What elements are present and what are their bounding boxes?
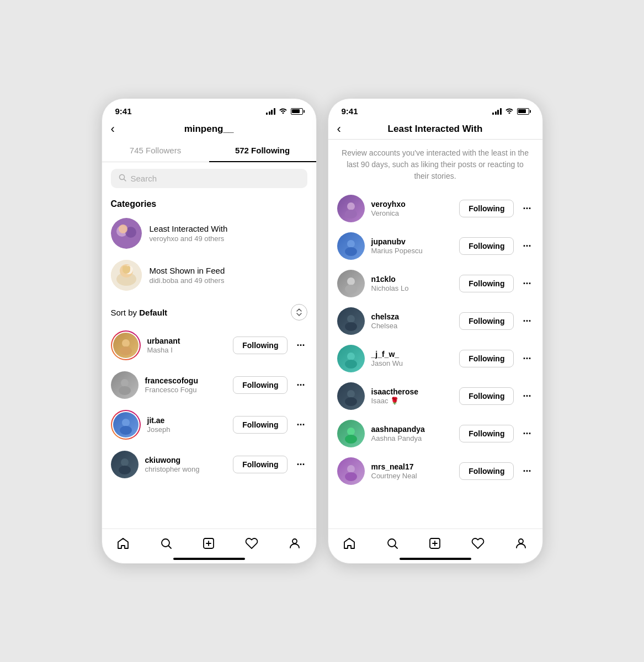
category-info-2: Most Shown in Feed didi.boba and 49 othe… [150,266,225,285]
search-bar[interactable]: Search [111,169,307,188]
more-button-mrsneal17[interactable]: ··· [520,466,533,477]
bottom-nav-left [102,528,316,556]
svg-point-40 [345,435,357,444]
nav-home-right[interactable] [337,535,361,552]
right-phone: 9:41 ‹ Least Interacted With Review acco… [328,98,543,564]
following-button-aashnapandya[interactable]: Following [459,425,514,442]
following-button-isaactherose[interactable]: Following [459,387,514,405]
avatar-chelsza[interactable] [337,307,365,335]
nav-heart-left[interactable] [239,535,264,552]
user-info-n1cklo: n1cklo Nicholas Lo [371,275,453,292]
following-button-chelsza[interactable]: Following [459,312,514,330]
sort-toggle-button[interactable] [291,304,307,321]
user-item-mrsneal17: mrs_neal17 Courtney Neal Following ··· [328,452,542,490]
nav-add-left[interactable] [196,535,221,552]
following-button-ckiuwong[interactable]: Following [233,456,288,473]
user-name-francescofogu: Francesco Fogu [145,386,227,394]
user-item-aashnapandya: aashnapandya Aashna Pandya Following ··· [328,415,542,452]
avatar-mrsneal17[interactable] [337,457,365,485]
svg-point-14 [120,346,132,355]
more-button-jfw[interactable]: ··· [520,353,533,365]
avatar-aashnapandya[interactable] [337,420,365,447]
nav-header-left: ‹ minpeng__ [102,119,316,139]
following-button-francescofogu[interactable]: Following [233,376,288,394]
more-button-francescofogu[interactable]: ··· [294,380,307,391]
avatar-n1cklo[interactable] [337,270,365,297]
user-handle-n1cklo: n1cklo [371,275,453,284]
svg-point-11 [123,266,126,270]
svg-point-5 [119,225,127,233]
nav-add-right[interactable] [423,535,447,552]
more-button-n1cklo[interactable]: ··· [520,278,533,290]
avatar-isaactherose[interactable] [337,382,365,410]
user-name-chelsza: Chelsea [371,322,453,330]
more-button-veroyhxo[interactable]: ··· [520,203,533,215]
more-button-ckiuwong[interactable]: ··· [294,459,307,471]
user-info-mrsneal17: mrs_neal17 Courtney Neal [371,462,453,480]
battery-icon-right [517,108,529,115]
user-item-ckiuwong: ckiuwong christopher wong Following ··· [102,445,316,484]
more-button-jupanubv[interactable]: ··· [520,241,533,252]
status-bar-left: 9:41 [102,99,316,119]
avatar-ckiuwong[interactable] [111,451,139,478]
page-title-right: Least Interacted With [388,124,483,135]
story-ring-jitae[interactable] [111,410,141,440]
following-button-urbanant[interactable]: Following [233,337,288,354]
svg-point-19 [121,458,129,466]
nav-profile-right[interactable] [509,535,533,552]
back-button-right[interactable]: ‹ [337,122,341,136]
user-handle-urbanant: urbanant [147,337,227,345]
nav-heart-right[interactable] [466,535,490,552]
svg-point-33 [347,315,355,323]
svg-point-20 [119,466,131,474]
user-name-n1cklo: Nicholas Lo [371,284,453,292]
nav-profile-left[interactable] [283,535,307,552]
following-button-jitae[interactable]: Following [233,416,288,434]
avatar-francescofogu[interactable] [111,371,139,399]
category-most-shown[interactable]: Most Shown in Feed didi.boba and 49 othe… [102,254,316,296]
more-button-isaactherose[interactable]: ··· [520,391,533,402]
svg-point-36 [345,360,357,369]
svg-line-22 [168,546,171,549]
tab-following[interactable]: 572 Following [209,139,316,162]
user-info-francescofogu: francescofogu Francesco Fogu [145,376,227,394]
following-button-n1cklo[interactable]: Following [459,275,514,292]
user-item-urbanant: urbanant Masha I Following ··· [102,325,316,366]
category-least-interacted[interactable]: Least Interacted With veroyhxo and 49 ot… [102,212,316,254]
more-button-jitae[interactable]: ··· [294,419,307,431]
avatar-veroyhxo[interactable] [337,195,365,222]
more-button-aashnapandya[interactable]: ··· [520,428,533,440]
home-indicator-left [173,558,245,560]
signal-icon-right [492,108,502,115]
page-title-left: minpeng__ [184,124,234,135]
status-time-left: 9:41 [115,106,132,116]
user-list-right: veroyhxo Veronica Following ··· jupanubv… [328,190,542,528]
svg-point-30 [345,247,357,256]
svg-point-17 [122,419,130,426]
following-button-jfw[interactable]: Following [459,350,514,367]
user-handle-francescofogu: francescofogu [145,376,227,385]
more-button-urbanant[interactable]: ··· [294,340,307,351]
following-button-veroyhxo[interactable]: Following [459,200,514,217]
nav-home-left[interactable] [111,535,135,552]
sort-row: Sort by Default [102,296,316,325]
status-icons-right [492,107,529,115]
user-handle-isaactherose: isaactherose [371,387,453,396]
svg-point-32 [345,285,357,293]
avatar-jfw[interactable] [337,345,365,372]
tab-followers[interactable]: 745 Followers [102,139,209,162]
svg-point-15 [121,379,129,387]
avatar-jupanubv[interactable] [337,232,365,260]
status-time-right: 9:41 [342,106,358,116]
user-handle-jfw: _j_f_w_ [371,350,453,359]
user-handle-chelsza: chelsza [371,312,453,321]
nav-search-left[interactable] [154,535,178,552]
user-name-isaactherose: Isaac 🌹 [371,397,453,405]
following-button-jupanubv[interactable]: Following [459,237,514,255]
user-info-chelsza: chelsza Chelsea [371,312,453,330]
nav-search-right[interactable] [380,535,405,552]
story-ring-urbanant[interactable] [111,330,141,360]
back-button-left[interactable]: ‹ [111,122,115,136]
more-button-chelsza[interactable]: ··· [520,316,533,327]
following-button-mrsneal17[interactable]: Following [459,462,514,480]
